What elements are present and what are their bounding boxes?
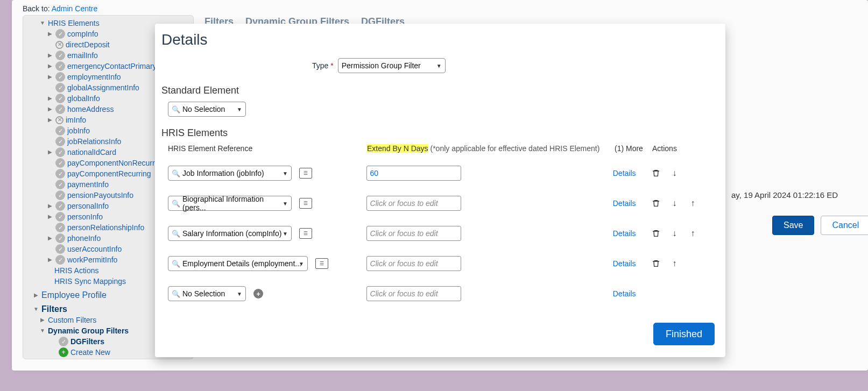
extend-days-input[interactable] bbox=[366, 286, 461, 301]
expand-icon[interactable] bbox=[45, 233, 55, 244]
type-select-value: Permission Group Filter bbox=[342, 61, 421, 70]
expand-icon[interactable] bbox=[45, 211, 55, 222]
chevron-down-icon[interactable] bbox=[37, 18, 48, 29]
chevron-down-icon: ▼ bbox=[283, 170, 288, 176]
col-more: (1) More bbox=[615, 144, 652, 153]
hris-ref-value: Biographical Information (pers... bbox=[182, 195, 288, 212]
search-icon: 🔍 bbox=[172, 260, 180, 268]
hris-row: 🔍Biographical Information (pers...▼Detai… bbox=[161, 188, 715, 218]
tree-item-label: personInfo bbox=[67, 211, 103, 222]
check-icon bbox=[55, 94, 65, 103]
cancel-button[interactable]: Cancel bbox=[821, 216, 868, 235]
hris-row: 🔍Salary Information (compInfo)▼Details↓↑ bbox=[161, 218, 715, 248]
expand-icon[interactable] bbox=[31, 290, 41, 301]
check-icon bbox=[55, 72, 65, 82]
cross-icon bbox=[55, 41, 63, 49]
move-down-icon[interactable]: ↓ bbox=[668, 228, 680, 239]
tree-section-label: Employee Profile bbox=[41, 290, 107, 301]
details-modal: Details Type * Permission Group Filter ▼… bbox=[155, 24, 725, 357]
expand-icon[interactable] bbox=[45, 72, 55, 82]
chevron-down-icon: ▼ bbox=[299, 261, 304, 267]
check-icon bbox=[55, 244, 65, 254]
tree-item-label: Custom Filters bbox=[48, 315, 96, 325]
check-icon bbox=[55, 51, 65, 60]
add-row-icon[interactable] bbox=[253, 289, 263, 298]
extend-days-input[interactable] bbox=[366, 196, 461, 211]
details-link[interactable]: Details bbox=[613, 199, 636, 208]
trash-icon[interactable] bbox=[650, 228, 662, 239]
details-link[interactable]: Details bbox=[613, 289, 636, 298]
extend-days-input[interactable] bbox=[366, 226, 461, 241]
cross-icon bbox=[55, 116, 63, 124]
hris-row: 🔍Employment Details (employment...▼Detai… bbox=[161, 248, 715, 279]
move-down-icon[interactable]: ↓ bbox=[668, 167, 680, 179]
extend-days-input[interactable] bbox=[366, 166, 461, 181]
trash-icon[interactable] bbox=[650, 258, 662, 269]
chevron-down-icon: ▼ bbox=[283, 231, 288, 237]
hris-ref-select[interactable]: 🔍No Selection▼ bbox=[168, 286, 246, 301]
expand-icon[interactable] bbox=[45, 104, 55, 115]
col-hris-reference: HRIS Element Reference bbox=[161, 144, 367, 153]
finished-button[interactable]: Finished bbox=[653, 323, 715, 345]
hris-header-row: HRIS Element Reference Extend By N Days … bbox=[161, 144, 715, 153]
tree-item-label: emailInfo bbox=[67, 50, 98, 61]
expand-icon[interactable] bbox=[45, 50, 55, 61]
tree-item-label: Dynamic Group Filters bbox=[48, 325, 129, 336]
trash-icon[interactable] bbox=[650, 197, 662, 209]
details-link[interactable]: Details bbox=[613, 169, 636, 177]
save-button[interactable]: Save bbox=[772, 216, 814, 235]
tree-item-label: globalAssignmentInfo bbox=[67, 82, 139, 93]
tree-item-label: pensionPayoutsInfo bbox=[67, 190, 133, 201]
col-extend-note: (*only applicable for effective dated HR… bbox=[428, 144, 600, 153]
tree-item-label: paymentInfo bbox=[67, 179, 109, 190]
move-up-icon[interactable]: ↑ bbox=[687, 197, 698, 209]
details-link[interactable]: Details bbox=[613, 259, 636, 268]
chevron-down-icon: ▼ bbox=[283, 201, 288, 207]
extend-days-input[interactable] bbox=[366, 256, 461, 271]
search-icon: 🔍 bbox=[172, 200, 180, 208]
details-popup-icon[interactable] bbox=[315, 258, 328, 269]
details-popup-icon[interactable] bbox=[299, 168, 312, 179]
expand-icon[interactable] bbox=[37, 315, 48, 325]
expand-icon[interactable] bbox=[45, 115, 55, 125]
details-popup-icon[interactable] bbox=[299, 228, 312, 239]
expand-icon[interactable] bbox=[45, 93, 55, 104]
check-icon bbox=[55, 201, 65, 211]
move-down-icon[interactable]: ↓ bbox=[668, 197, 680, 209]
trash-icon[interactable] bbox=[650, 167, 662, 179]
breadcrumb: Back to: Admin Centre bbox=[23, 4, 97, 13]
expand-icon[interactable] bbox=[45, 147, 55, 158]
hris-ref-value: Employment Details (employment... bbox=[182, 259, 301, 268]
details-popup-icon[interactable] bbox=[299, 198, 312, 209]
tree-item-label: payComponentNonRecurring bbox=[67, 158, 165, 168]
standard-element-select[interactable]: 🔍 No Selection ▼ bbox=[168, 102, 246, 117]
check-icon bbox=[55, 212, 65, 222]
hris-ref-select[interactable]: 🔍Salary Information (compInfo)▼ bbox=[168, 226, 292, 241]
hris-ref-value: Salary Information (compInfo) bbox=[182, 229, 281, 238]
check-icon bbox=[55, 29, 65, 39]
hris-ref-select[interactable]: 🔍Employment Details (employment...▼ bbox=[168, 256, 308, 271]
expand-icon[interactable] bbox=[45, 29, 55, 39]
tree-item-label: phoneInfo bbox=[67, 233, 101, 244]
search-icon: 🔍 bbox=[172, 105, 180, 113]
type-label: Type * bbox=[312, 61, 334, 70]
expand-icon[interactable] bbox=[37, 325, 48, 336]
hris-ref-select[interactable]: 🔍Job Information (jobInfo)▼ bbox=[168, 166, 292, 181]
expand-icon[interactable] bbox=[45, 254, 55, 265]
check-icon bbox=[55, 255, 65, 265]
tree-item-label: HRIS Sync Mappings bbox=[54, 276, 126, 287]
details-link[interactable]: Details bbox=[613, 229, 636, 238]
expand-icon[interactable] bbox=[31, 304, 41, 315]
type-select[interactable]: Permission Group Filter ▼ bbox=[338, 58, 446, 73]
back-to-link[interactable]: Admin Centre bbox=[52, 4, 98, 13]
expand-icon[interactable] bbox=[45, 61, 55, 72]
back-to-prefix: Back to: bbox=[23, 4, 52, 13]
check-icon bbox=[55, 61, 65, 71]
tree-item-label: emergencyContactPrimary bbox=[67, 61, 157, 72]
move-up-icon[interactable]: ↑ bbox=[687, 228, 698, 239]
tree-item-label: nationalIdCard bbox=[67, 147, 116, 158]
hris-ref-select[interactable]: 🔍Biographical Information (pers...▼ bbox=[168, 196, 292, 211]
expand-icon[interactable] bbox=[45, 201, 55, 211]
move-up-icon[interactable]: ↑ bbox=[668, 258, 680, 269]
check-icon bbox=[59, 337, 68, 346]
